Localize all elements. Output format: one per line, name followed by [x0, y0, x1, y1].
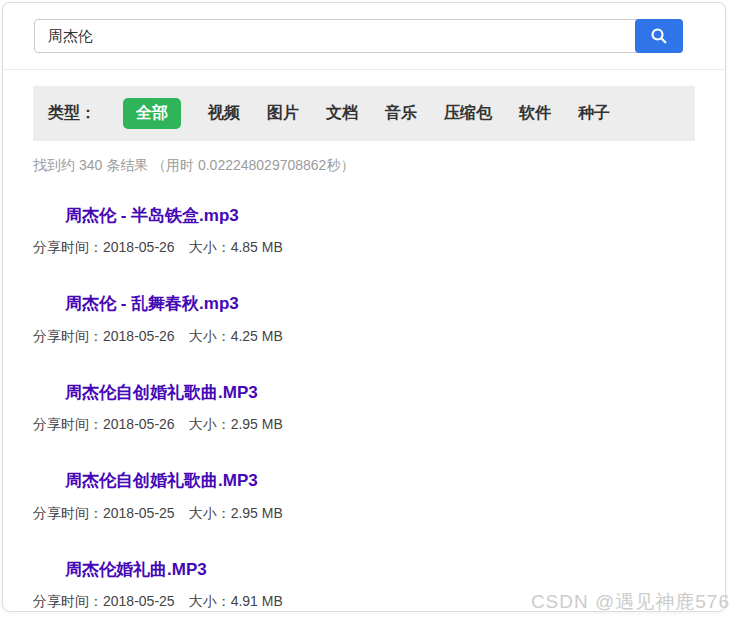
- result-title-link[interactable]: 周杰伦自创婚礼歌曲.MP3: [65, 383, 258, 403]
- result-item: 周杰伦自创婚礼歌曲.MP3 分享时间：2018-05-26大小：2.95 MB: [33, 383, 695, 434]
- search-button[interactable]: [635, 19, 683, 53]
- csdn-watermark: CSDN @遇见神鹿576: [531, 589, 730, 615]
- share-time-label: 分享时间：: [33, 239, 103, 255]
- result-title-link[interactable]: 周杰伦自创婚礼歌曲.MP3: [65, 471, 258, 491]
- results-list: 周杰伦 - 半岛铁盒.mp3 分享时间：2018-05-26大小：4.85 MB…: [33, 206, 695, 611]
- share-time-label: 分享时间：: [33, 328, 103, 344]
- share-date: 2018-05-26: [103, 416, 175, 432]
- file-size: 4.25 MB: [231, 328, 283, 344]
- share-date: 2018-05-25: [103, 593, 175, 609]
- share-date: 2018-05-25: [103, 505, 175, 521]
- result-title-link[interactable]: 周杰伦 - 乱舞春秋.mp3: [65, 294, 239, 314]
- result-item: 周杰伦自创婚礼歌曲.MP3 分享时间：2018-05-25大小：2.95 MB: [33, 471, 695, 522]
- filter-music[interactable]: 音乐: [385, 103, 417, 124]
- search-input[interactable]: [34, 19, 640, 53]
- result-item: 周杰伦 - 乱舞春秋.mp3 分享时间：2018-05-26大小：4.25 MB: [33, 294, 695, 345]
- filter-video[interactable]: 视频: [208, 103, 240, 124]
- file-size: 4.85 MB: [231, 239, 283, 255]
- result-title-link[interactable]: 周杰伦 - 半岛铁盒.mp3: [65, 206, 239, 226]
- file-size: 2.95 MB: [231, 505, 283, 521]
- result-title-link[interactable]: 周杰伦婚礼曲.MP3: [65, 560, 207, 580]
- filter-archive[interactable]: 压缩包: [444, 103, 492, 124]
- share-date: 2018-05-26: [103, 328, 175, 344]
- result-meta: 分享时间：2018-05-26大小：4.25 MB: [33, 328, 695, 346]
- size-label: 大小：: [189, 328, 231, 344]
- search-icon: [650, 27, 668, 45]
- size-label: 大小：: [189, 593, 231, 609]
- result-meta: 分享时间：2018-05-26大小：4.85 MB: [33, 239, 695, 257]
- size-label: 大小：: [189, 416, 231, 432]
- share-time-label: 分享时间：: [33, 416, 103, 432]
- results-area: 类型： 全部 视频 图片 文档 音乐 压缩包 软件 种子 找到约 340 条结果…: [3, 70, 725, 611]
- filter-software[interactable]: 软件: [519, 103, 551, 124]
- type-filter-bar: 类型： 全部 视频 图片 文档 音乐 压缩包 软件 种子: [33, 86, 695, 141]
- result-meta: 分享时间：2018-05-25大小：2.95 MB: [33, 505, 695, 523]
- share-time-label: 分享时间：: [33, 593, 103, 609]
- result-meta: 分享时间：2018-05-26大小：2.95 MB: [33, 416, 695, 434]
- filter-label: 类型：: [48, 103, 96, 124]
- share-date: 2018-05-26: [103, 239, 175, 255]
- filter-torrent[interactable]: 种子: [578, 103, 610, 124]
- search-bar: [3, 3, 725, 70]
- size-label: 大小：: [189, 505, 231, 521]
- filter-document[interactable]: 文档: [326, 103, 358, 124]
- file-size: 4.91 MB: [231, 593, 283, 609]
- filter-all[interactable]: 全部: [123, 98, 181, 129]
- size-label: 大小：: [189, 239, 231, 255]
- file-size: 2.95 MB: [231, 416, 283, 432]
- results-count-text: 找到约 340 条结果 （用时 0.022248029708862秒）: [33, 157, 695, 175]
- filter-image[interactable]: 图片: [267, 103, 299, 124]
- search-results-card: 类型： 全部 视频 图片 文档 音乐 压缩包 软件 种子 找到约 340 条结果…: [2, 2, 726, 612]
- share-time-label: 分享时间：: [33, 505, 103, 521]
- result-item: 周杰伦 - 半岛铁盒.mp3 分享时间：2018-05-26大小：4.85 MB: [33, 206, 695, 257]
